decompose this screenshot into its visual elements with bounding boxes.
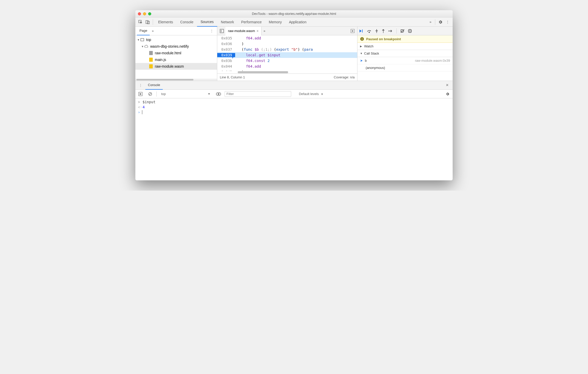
code-line[interactable]: 0x036 ) — [217, 41, 357, 47]
tree-top[interactable]: ▼ top — [135, 36, 217, 43]
tree-label: wasm-dbg-stories.netlify — [150, 44, 189, 48]
resume-icon[interactable] — [359, 29, 364, 33]
file-row[interactable]: raw-module.wasm — [135, 63, 217, 70]
svg-point-19 — [218, 93, 219, 95]
navigator-menu-icon[interactable]: ⋮ — [208, 29, 215, 33]
step-into-icon[interactable] — [375, 29, 378, 33]
step-over-icon[interactable] — [367, 29, 372, 33]
section-label: Call Stack — [364, 51, 379, 55]
watch-section[interactable]: ▶ Watch — [357, 43, 453, 50]
editor-statusbar: Line 8, Column 1 Coverage: n/a — [217, 74, 357, 81]
page-tab[interactable]: Page — [137, 27, 150, 35]
code-line[interactable]: 0x044 f64.add — [217, 64, 357, 69]
console-toolbar: top ▼ Default levels ▼ — [135, 90, 453, 98]
device-toggle-icon[interactable] — [144, 18, 151, 26]
svg-rect-1 — [146, 20, 148, 24]
console-tab[interactable]: Console — [145, 81, 163, 90]
titlebar: DevTools - wasm-dbg-stories.netlify.app/… — [135, 10, 453, 17]
window-title: DevTools - wasm-dbg-stories.netlify.app/… — [135, 12, 453, 16]
main-area: Page » ⋮ ▼ top ▼ wasm-dbg-stories.netlif… — [135, 27, 453, 81]
line-number[interactable]: 0x036 — [217, 42, 235, 46]
stack-frame[interactable]: ➤braw-module.wasm:0x39 — [357, 57, 453, 64]
step-icon[interactable] — [388, 29, 393, 33]
line-number[interactable]: 0x03b — [217, 59, 235, 63]
code-line[interactable]: 0x03b f64.const 2 — [217, 58, 357, 64]
tab-performance[interactable]: Performance — [237, 17, 265, 27]
editor-tabs-overflow-icon[interactable]: » — [262, 29, 267, 33]
svg-rect-6 — [362, 29, 363, 33]
svg-rect-11 — [409, 30, 410, 32]
editor-tab[interactable]: raw-module.wasm × — [225, 27, 262, 35]
console-prompt[interactable]: › — [135, 110, 453, 115]
editor-pane: raw-module.wasm × » 0x035 f64.add0x036 )… — [217, 27, 357, 81]
callstack-section[interactable]: ▼ Call Stack — [357, 50, 453, 57]
code-line[interactable]: 0x039 local.get $input — [217, 52, 357, 58]
more-menu-icon[interactable]: ⋮ — [444, 18, 451, 26]
main-tabs: ElementsConsoleSourcesNetworkPerformance… — [155, 17, 428, 27]
code-line[interactable]: 0x045 ) — [217, 69, 357, 71]
drawer-menu-icon[interactable]: ⋮ — [137, 83, 144, 87]
step-out-icon[interactable] — [382, 29, 385, 33]
line-number[interactable]: 0x045 — [217, 70, 235, 71]
coverage-status: Coverage: n/a — [334, 75, 355, 79]
tab-console[interactable]: Console — [177, 17, 197, 27]
svg-rect-12 — [410, 30, 411, 32]
close-drawer-icon[interactable]: × — [443, 82, 451, 88]
main-toolbar: ElementsConsoleSourcesNetworkPerformance… — [135, 17, 453, 27]
settings-gear-icon[interactable] — [437, 18, 444, 26]
svg-rect-15 — [362, 38, 362, 38]
frame-function: b — [365, 59, 367, 63]
caret-down-icon: ▼ — [321, 93, 323, 96]
file-icon — [149, 64, 153, 69]
code-line[interactable]: 0x035 f64.add — [217, 35, 357, 41]
file-icon — [149, 57, 153, 62]
code-text: ) — [235, 70, 244, 71]
context-selector[interactable]: top ▼ — [159, 92, 212, 96]
separator — [153, 19, 153, 25]
scrollbar-horizontal[interactable] — [217, 71, 357, 74]
navigator-overflow-icon[interactable]: » — [150, 29, 156, 33]
caret-down-icon: ▼ — [141, 45, 144, 48]
clear-console-icon[interactable] — [147, 90, 154, 98]
line-number[interactable]: 0x035 — [217, 36, 235, 40]
tabs-overflow-icon[interactable]: » — [428, 20, 433, 24]
svg-point-7 — [369, 32, 370, 33]
tab-memory[interactable]: Memory — [265, 17, 286, 27]
line-number[interactable]: 0x037 — [217, 47, 235, 51]
tab-sources[interactable]: Sources — [197, 17, 217, 27]
code-line[interactable]: 0x037 (func $b (;1;) (export "b") (para — [217, 47, 357, 52]
tab-application[interactable]: Application — [285, 17, 310, 27]
code-text: f64.add — [235, 64, 261, 68]
scrollbar-horizontal[interactable] — [135, 79, 217, 81]
console-text: $input — [143, 100, 156, 104]
filter-input[interactable] — [225, 91, 291, 97]
info-icon — [360, 37, 364, 41]
line-number[interactable]: 0x039 — [217, 53, 235, 57]
close-tab-icon[interactable]: × — [256, 29, 258, 33]
execution-context-icon[interactable] — [137, 90, 144, 98]
console-settings-icon[interactable] — [444, 90, 451, 98]
editor-tabs: raw-module.wasm × » — [217, 27, 357, 35]
run-snippet-icon[interactable] — [349, 27, 356, 35]
frame-location: raw-module.wasm:0x39 — [415, 59, 450, 63]
code-text: local.get $input — [235, 53, 280, 57]
tab-elements[interactable]: Elements — [155, 17, 177, 27]
console-body[interactable]: >$input<·4› — [135, 98, 453, 180]
deactivate-breakpoints-icon[interactable] — [400, 29, 405, 33]
log-levels-selector[interactable]: Default levels ▼ — [299, 92, 323, 96]
tab-network[interactable]: Network — [217, 17, 237, 27]
pause-on-exceptions-icon[interactable] — [408, 29, 412, 33]
nav-toggle-icon[interactable] — [218, 27, 225, 35]
inspect-icon[interactable] — [137, 18, 144, 26]
svg-rect-14 — [362, 39, 362, 40]
tree-domain[interactable]: ▼ wasm-dbg-stories.netlify — [135, 43, 217, 50]
file-row[interactable]: main.js — [135, 56, 217, 63]
frame-icon — [140, 37, 145, 42]
levels-label: Default levels — [299, 92, 319, 96]
live-expression-icon[interactable] — [215, 90, 222, 98]
file-row[interactable]: raw-module.html — [135, 50, 217, 56]
line-number[interactable]: 0x044 — [217, 64, 235, 68]
code-editor[interactable]: 0x035 f64.add0x036 )0x037 (func $b (;1;)… — [217, 35, 357, 71]
file-label: raw-module.html — [155, 51, 181, 55]
stack-frame[interactable]: (anonymous) — [357, 64, 453, 71]
